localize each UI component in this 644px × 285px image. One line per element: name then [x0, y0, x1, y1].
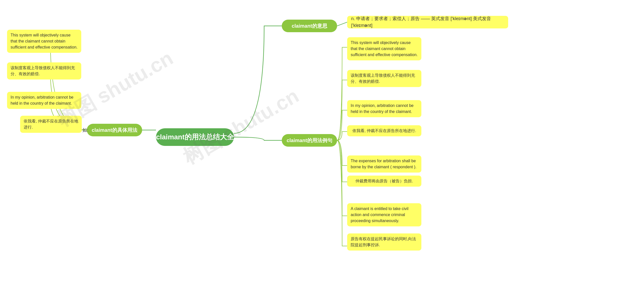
right-leaf-6: 仲裁费用将由原告（被告）负担.	[347, 176, 421, 187]
right-leaf-5: The expenses for arbitration shall be bo…	[347, 155, 421, 173]
meaning-content: n. 申请者；要求者；索偿人；原告 —— 英式发音 ['kleɪmənt] 美式…	[347, 16, 508, 28]
right-leaf-2: 该制度客观上导致债权人不能得到充分、有效的赔偿.	[347, 70, 421, 87]
right-leaf-7: A claimant is entitled to take civil act…	[347, 203, 421, 226]
right-leaf-4: 依我看, 仲裁不应在原告所在地进行.	[347, 125, 421, 136]
center-node: claimant的用法总结大全	[156, 128, 234, 146]
label-ru: 如:	[83, 127, 88, 133]
right-leaf-1: This system will objectively cause that …	[347, 37, 421, 60]
node-examples: claimant的用法例句	[282, 134, 337, 147]
node-meaning: claimant的意思	[282, 20, 337, 32]
left-leaf-3: In my opinion, arbitration cannot be hel…	[7, 92, 81, 109]
watermark-2: 树图 shutu.cn	[178, 83, 304, 171]
right-leaf-8: 原告有权在提起民事诉讼的同时,向法院提起刑事控诉.	[347, 233, 421, 251]
left-leaf-2: 该制度客观上导致债权人不能得到充分、有效的赔偿.	[7, 62, 81, 79]
left-leaf-1: This system will objectively cause that …	[7, 30, 81, 53]
right-leaf-3: In my opinion, arbitration cannot be hel…	[347, 100, 421, 117]
node-usage: claimant的具体用法	[87, 124, 142, 136]
left-leaf-4: 依我看, 仲裁不应在原告所在地进行.	[20, 116, 82, 133]
